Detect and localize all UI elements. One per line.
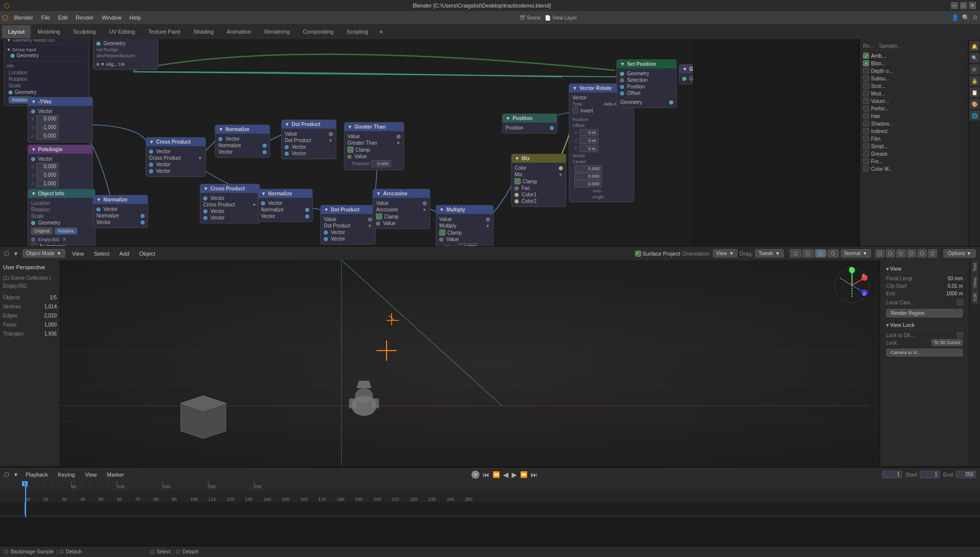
node-set-position[interactable]: ▼ Set Position Geometry Selection Positi…: [617, 59, 677, 108]
render-item-subsu[interactable]: Subsu...: [863, 75, 965, 82]
original-button[interactable]: Original: [31, 228, 53, 235]
orientation-dropdown[interactable]: View ▼: [713, 249, 738, 258]
tab-rendering[interactable]: Rendering: [258, 25, 296, 38]
menu-blender[interactable]: Blender: [10, 14, 37, 22]
volum-checkbox[interactable]: [863, 98, 869, 104]
subsu-checkbox[interactable]: [863, 75, 869, 81]
scree-checkbox[interactable]: [863, 83, 869, 89]
render-item-scree[interactable]: Scre...: [863, 82, 965, 89]
render-item-shadow[interactable]: Shadow...: [863, 120, 965, 127]
menu-window[interactable]: Window: [98, 14, 126, 22]
vecrotate-collapse[interactable]: ▼: [572, 85, 577, 91]
node-group-output[interactable]: ▼ Group O... Geometry: [679, 64, 693, 84]
node-dot-product1[interactable]: ▼ Dot Product Value Dot Product ▼ Vector…: [281, 120, 336, 159]
current-frame-value[interactable]: 1: [882, 471, 902, 478]
setpos-collapse[interactable]: ▼: [620, 61, 625, 67]
add-workspace-button[interactable]: +: [375, 27, 387, 37]
node-normalize3[interactable]: ▼ Normalize Vector Normalize Vector: [258, 189, 313, 222]
panel-icon-1[interactable]: 🔔: [969, 41, 979, 51]
timeline-keying-menu[interactable]: Keying: [55, 471, 78, 478]
tab-layout[interactable]: Layout: [2, 25, 31, 38]
dot1-collapse[interactable]: ▼: [285, 122, 290, 127]
multiply-clamp[interactable]: [439, 230, 445, 236]
render-item-hair[interactable]: Hair: [863, 113, 965, 120]
wireframe-button[interactable]: ⬡: [790, 249, 801, 258]
node-normalize1[interactable]: ▼ Normalize Vector Normalize Vector: [93, 195, 148, 228]
render-item-indirect[interactable]: Indirect: [863, 128, 965, 135]
material-button[interactable]: ⬡: [815, 249, 826, 258]
local-cam-checkbox[interactable]: [957, 299, 963, 305]
hair-checkbox[interactable]: [863, 113, 869, 119]
groupout-collapse[interactable]: ▼: [682, 66, 687, 72]
menu-help[interactable]: Help: [126, 14, 145, 22]
node-multiply[interactable]: ▼ Multiply Value Multiply ▼ Clamp Value …: [436, 205, 494, 246]
playhead[interactable]: [25, 481, 26, 517]
options-button[interactable]: Options ▼: [943, 249, 976, 258]
viewport-icon-1[interactable]: ⬡: [875, 249, 885, 258]
panel-icon-4[interactable]: 🔒: [969, 76, 979, 86]
next-keyframe-button[interactable]: ⏩: [520, 471, 528, 478]
objectinfo-collapse[interactable]: ▼: [31, 191, 36, 196]
arccosine-collapse[interactable]: ▼: [376, 191, 381, 196]
node-normalize2[interactable]: ▼ Normalize Vector Normalize Vector: [215, 125, 270, 158]
node-cross-product1[interactable]: ▼ Cross Product Vector Cross Product ▼ V…: [146, 137, 206, 177]
node-greater-than[interactable]: ▼ Greater Than Value Greater Than ▼ Clam…: [344, 122, 404, 170]
viewport-canvas[interactable]: User Perspective (1) Scene Collection | …: [0, 260, 980, 466]
current-frame-field[interactable]: 1: [882, 471, 902, 478]
arccosine-clamp[interactable]: [376, 213, 382, 219]
grease-checkbox[interactable]: [863, 151, 869, 157]
fre-checkbox[interactable]: [863, 158, 869, 164]
rendered-button[interactable]: ⬡: [827, 249, 839, 258]
vecrotate-invert[interactable]: [572, 107, 578, 114]
tab-animation[interactable]: Animation: [221, 25, 258, 38]
skip-start-button[interactable]: ⏮: [482, 471, 489, 479]
panel-icon-3[interactable]: ⚙: [969, 64, 979, 74]
viewport-gizmo[interactable]: X Y Z: [832, 265, 872, 305]
minimize-button[interactable]: —: [951, 2, 958, 9]
viewport-tab-edit[interactable]: Edit: [971, 290, 978, 304]
close-button[interactable]: ✕: [969, 2, 976, 9]
node-cross-product2[interactable]: ▼ Cross Product Vector Cross Product ▼ V…: [200, 184, 260, 224]
node-arccosine[interactable]: ▼ Arccosine Value Arccosine ▼ Clamp Valu…: [373, 189, 430, 229]
render-item-volum[interactable]: Volum...: [863, 97, 965, 104]
render-region-button[interactable]: Render Region: [886, 309, 963, 317]
tab-modeling[interactable]: Modeling: [32, 25, 66, 38]
drag-dropdown[interactable]: Tweak ▼: [755, 249, 784, 258]
dot2-collapse[interactable]: ▼: [324, 207, 329, 212]
surface-project-check[interactable]: ✓: [635, 251, 641, 257]
end-frame[interactable]: 250: [956, 471, 976, 478]
tab-shading[interactable]: Shading: [187, 25, 219, 38]
render-item-depth[interactable]: Depth o...: [863, 67, 965, 74]
node-yvec[interactable]: ▼ -YVec Vector X0.000 Y-1.000 Z0.000: [28, 97, 93, 143]
color-checkbox[interactable]: [863, 166, 869, 172]
perform-checkbox[interactable]: [863, 105, 869, 112]
simpl-checkbox[interactable]: [863, 143, 869, 149]
timeline-playback-menu[interactable]: Playback: [23, 471, 51, 478]
menu-file[interactable]: File: [37, 14, 54, 22]
bloo-checkbox[interactable]: ✓: [863, 60, 869, 66]
viewport-tab-tool[interactable]: Tool: [971, 260, 978, 275]
render-item-film[interactable]: Film: [863, 135, 965, 142]
relative-button2[interactable]: Relative: [55, 228, 77, 235]
start-frame[interactable]: 1: [920, 471, 940, 478]
record-button[interactable]: ●: [471, 471, 479, 479]
mix-collapse[interactable]: ▼: [515, 156, 520, 161]
norm3-collapse[interactable]: ▼: [261, 191, 266, 196]
node-object-info[interactable]: ▼ Object Info Location Rotation Scale Ge…: [28, 189, 95, 246]
viewport-object-menu[interactable]: Object: [136, 250, 158, 257]
lock-dropdown[interactable]: To 3D Cursor: [931, 339, 963, 346]
viewport-icon-2[interactable]: ⬡: [886, 249, 895, 258]
viewport-view-menu[interactable]: View: [69, 250, 87, 257]
tab-sculpting[interactable]: Sculpting: [67, 25, 102, 38]
skip-end-button[interactable]: ⏭: [531, 471, 538, 479]
film-checkbox[interactable]: [863, 136, 869, 142]
timeline-view-menu[interactable]: View: [82, 471, 100, 478]
menu-edit[interactable]: Edit: [54, 14, 72, 22]
norm1-collapse[interactable]: ▼: [96, 197, 101, 202]
header-icon-3[interactable]: ⚙: [972, 14, 978, 21]
viewport-type-icon[interactable]: ▼: [13, 251, 19, 257]
mode-dropdown[interactable]: Object Mode ▼: [23, 249, 65, 258]
panel-icon-6[interactable]: 🎨: [969, 99, 979, 109]
render-item-fre[interactable]: Fre...: [863, 158, 965, 165]
play-reverse-button[interactable]: ◀: [503, 471, 509, 479]
